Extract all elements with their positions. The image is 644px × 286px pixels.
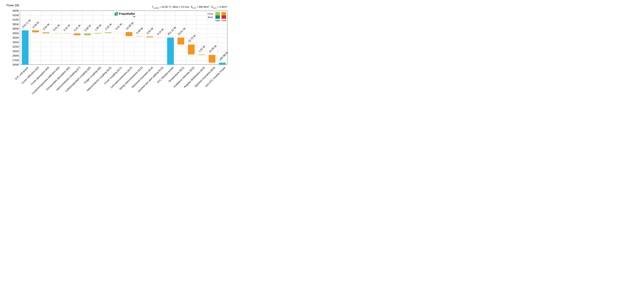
bar bbox=[219, 63, 226, 65]
bar bbox=[198, 54, 205, 55]
xtick-label: Cover reflection (k3) bbox=[21, 66, 40, 85]
legend-swatch bbox=[216, 15, 220, 19]
bar-value-label: 0.31 W bbox=[63, 24, 71, 32]
bar-value-label: 25.99 W bbox=[208, 44, 217, 53]
ytick-label: 395W bbox=[12, 23, 19, 26]
bar bbox=[74, 33, 80, 35]
legend-swatch bbox=[216, 12, 220, 15]
bar bbox=[22, 30, 29, 65]
fraunhofer-logo-mark-icon bbox=[115, 12, 118, 15]
legend-row-label: Back bbox=[206, 16, 213, 18]
xtick-label: Finger coupling (k9) bbox=[83, 66, 102, 84]
bar-value-label: 266.98 W bbox=[219, 51, 229, 61]
legend-swatch bbox=[222, 15, 226, 19]
xtick-label: Cover absorption (k4) bbox=[30, 66, 50, 86]
gridline-v bbox=[165, 11, 166, 64]
ytick-label: 425W bbox=[12, 14, 19, 17]
xtick-label: Cover coupling (k11) bbox=[104, 66, 122, 85]
bar bbox=[84, 33, 91, 35]
xtick-label: non-STC module Power bbox=[204, 66, 226, 88]
ytick-label: 335W bbox=[12, 41, 19, 44]
fraunhofer-logo: FraunhoferISE bbox=[115, 12, 135, 15]
xtick-label: Irradiance intensity (k22) bbox=[173, 66, 195, 88]
bar-value-label: 2.92 W bbox=[104, 23, 112, 31]
gridline-v bbox=[144, 11, 145, 64]
y-axis-label: Power [W] bbox=[6, 4, 19, 7]
bar-value-label: 1.81 W bbox=[198, 45, 206, 53]
gridline-v bbox=[41, 11, 41, 64]
bar-value-label: 0.15 W bbox=[156, 28, 164, 36]
bar-value-label: 0.61 W bbox=[115, 22, 123, 30]
bar-value-label: 5.68 W bbox=[84, 24, 92, 32]
bar bbox=[94, 33, 101, 33]
legend-swatch bbox=[222, 12, 226, 15]
ytick-label: 260W bbox=[12, 63, 19, 66]
gridline-v bbox=[186, 11, 186, 64]
bar bbox=[32, 30, 39, 32]
legend-row-label: Front bbox=[206, 12, 213, 15]
ytick-label: 350W bbox=[12, 36, 19, 39]
conditions-annotation: Tmodule = 42.00 °C, Wind = 0.0 m/s, Efro… bbox=[152, 5, 228, 9]
bar-value-label: 374.71 W bbox=[22, 19, 32, 29]
ytick-label: 275W bbox=[12, 59, 19, 62]
bar-value-label: 1.89 W bbox=[94, 23, 102, 31]
ytick-label: 410W bbox=[12, 18, 19, 21]
bar-value-label: 32.73 W bbox=[188, 34, 196, 43]
bar bbox=[146, 36, 153, 37]
fraunhofer-logo-subtext: ISE bbox=[133, 16, 136, 17]
ytick-label: 365W bbox=[12, 32, 19, 35]
gridline-v bbox=[103, 11, 103, 64]
ytick-label: 380W bbox=[12, 27, 19, 30]
ytick-label: 440W bbox=[12, 9, 19, 12]
bar bbox=[126, 32, 132, 36]
bar bbox=[63, 33, 70, 33]
gridline-v bbox=[82, 11, 82, 64]
bar-value-label: 0.01 W bbox=[53, 24, 60, 31]
fraunhofer-logo-text: FraunhoferISE bbox=[119, 12, 135, 15]
legend-caption: Loss bbox=[222, 19, 226, 22]
xtick-label: Spectral mismatch (k24) bbox=[194, 66, 216, 88]
legend-caption: Gain bbox=[216, 19, 220, 22]
bar-value-label: 14.05 W bbox=[125, 21, 134, 30]
bar-value-label: 3.55 W bbox=[146, 27, 154, 35]
bar-value-label: 3.04 W bbox=[42, 23, 50, 31]
bar-value-label: 6.49 W bbox=[32, 21, 40, 29]
bar-value-label: 6.41 W bbox=[74, 24, 81, 32]
gridline-v bbox=[124, 11, 124, 64]
bar bbox=[105, 32, 112, 33]
plot-area: 260W275W290W305W320W335W350W365W380W395W… bbox=[20, 11, 228, 65]
gridline-v bbox=[62, 11, 62, 64]
bar bbox=[188, 44, 195, 54]
bar-value-label: 23.61 W bbox=[177, 27, 186, 36]
bar bbox=[42, 32, 50, 33]
bar bbox=[209, 55, 216, 63]
bar-value-label: 351.12 W bbox=[167, 26, 177, 36]
ytick-label: 290W bbox=[12, 54, 19, 57]
ytick-label: 305W bbox=[12, 50, 19, 53]
bar bbox=[178, 37, 184, 44]
waterfall-chart: Power [W] Tmodule = 42.00 °C, Wind = 0.0… bbox=[0, 0, 232, 103]
bar bbox=[115, 32, 122, 32]
legend: FrontBackGainLoss bbox=[206, 12, 226, 22]
bar bbox=[167, 37, 174, 65]
ytick-label: 320W bbox=[12, 45, 19, 48]
